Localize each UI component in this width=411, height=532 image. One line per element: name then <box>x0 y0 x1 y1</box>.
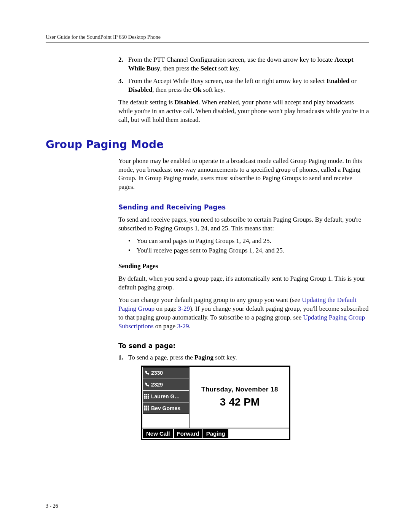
phone-softkey-row: New Call Forward Paging <box>142 428 289 439</box>
step-text: To send a page, press the Paging soft ke… <box>128 353 369 362</box>
phone-main-area: Thursday, November 18 3 42 PM <box>190 367 289 428</box>
step-text: From the PTT Channel Configuration scree… <box>128 56 369 73</box>
svg-rect-17 <box>148 409 149 411</box>
line-key-label: Bev Gomes <box>151 405 180 412</box>
link-page-ref-1[interactable]: 3-29 <box>178 305 190 312</box>
svg-rect-7 <box>146 398 148 399</box>
svg-rect-10 <box>146 406 148 407</box>
step-2: 2. From the PTT Channel Configuration sc… <box>118 56 369 73</box>
text-fragment: . <box>189 323 191 330</box>
step-number: 1. <box>118 353 128 362</box>
bullet-marker: • <box>128 237 137 246</box>
heading-sending-receiving-pages: Sending and Receiving Pages <box>118 203 369 212</box>
line-key-4: Bev Gomes <box>143 403 189 414</box>
bullet-text: You'll receive pages sent to Paging Grou… <box>137 246 284 255</box>
svg-rect-11 <box>148 406 149 407</box>
step-3: 3. From the Accept While Busy screen, us… <box>118 77 369 94</box>
phone-date: Thursday, November 18 <box>201 385 278 394</box>
bullet-marker: • <box>128 246 137 255</box>
running-header: User Guide for the SoundPoint IP 650 Des… <box>46 34 369 40</box>
phone-icon <box>144 382 150 387</box>
phone-time: 3 42 PM <box>220 395 260 409</box>
bullet-item: • You can send pages to Paging Groups 1,… <box>128 237 369 246</box>
svg-rect-4 <box>146 396 148 397</box>
svg-rect-0 <box>144 394 146 395</box>
svg-rect-8 <box>148 398 149 399</box>
phone-line-keys-column: 2330 2329 Lauren G… Bev Gomes <box>142 367 190 428</box>
svg-rect-13 <box>146 407 148 409</box>
line-key-1: 2330 <box>143 367 189 379</box>
sending-pages-para-2: You can change your default paging group… <box>118 296 369 331</box>
softkey-forward: Forward <box>174 429 203 438</box>
line-key-2: 2329 <box>143 379 189 390</box>
heading-to-send-a-page: To send a page: <box>118 342 369 350</box>
svg-rect-15 <box>144 409 146 411</box>
svg-rect-3 <box>144 396 146 397</box>
svg-rect-2 <box>148 394 149 395</box>
svg-rect-16 <box>146 409 148 411</box>
bullet-text: You can send pages to Paging Groups 1, 2… <box>137 237 271 246</box>
svg-rect-9 <box>144 406 146 407</box>
line-key-label: 2330 <box>151 369 163 377</box>
sending-pages-para-1: By default, when you send a group page, … <box>118 275 369 292</box>
heading-group-paging-mode: Group Paging Mode <box>46 138 369 151</box>
line-key-label: 2329 <box>151 381 163 388</box>
step-1-send-page: 1. To send a page, press the Paging soft… <box>118 353 369 362</box>
page-number: 3 - 26 <box>46 503 58 509</box>
default-setting-paragraph: The default setting is Disabled. When en… <box>118 98 369 125</box>
phone-screen-figure: 2330 2329 Lauren G… Bev Gomes <box>141 366 290 440</box>
phone-icon <box>144 370 150 375</box>
srp-intro-paragraph: To send and receive pages, you need to s… <box>118 216 369 233</box>
line-keys-empty <box>143 414 189 427</box>
line-key-label: Lauren G… <box>151 393 180 400</box>
softkey-new-call: New Call <box>143 429 174 438</box>
link-page-ref-2[interactable]: 3-29 <box>177 323 189 330</box>
heading-sending-pages: Sending Pages <box>118 262 369 271</box>
line-key-3: Lauren G… <box>143 391 189 402</box>
gpm-intro-paragraph: Your phone may be enabled to operate in … <box>118 157 369 192</box>
text-fragment: on page <box>154 323 177 330</box>
step-number: 2. <box>118 56 128 73</box>
svg-rect-5 <box>148 396 149 397</box>
step-text: From the Accept While Busy screen, use t… <box>128 77 369 94</box>
contact-grid-icon <box>144 406 150 411</box>
svg-rect-12 <box>144 407 146 409</box>
svg-rect-6 <box>144 398 146 399</box>
svg-rect-1 <box>146 394 148 395</box>
softkey-paging: Paging <box>203 429 229 438</box>
text-fragment: on page <box>155 305 178 312</box>
step-number: 3. <box>118 77 128 94</box>
contact-grid-icon <box>144 394 150 399</box>
text-fragment: You can change your default paging group… <box>118 296 302 304</box>
svg-rect-14 <box>148 407 149 409</box>
header-rule <box>46 42 369 43</box>
bullet-item: • You'll receive pages sent to Paging Gr… <box>128 246 369 255</box>
